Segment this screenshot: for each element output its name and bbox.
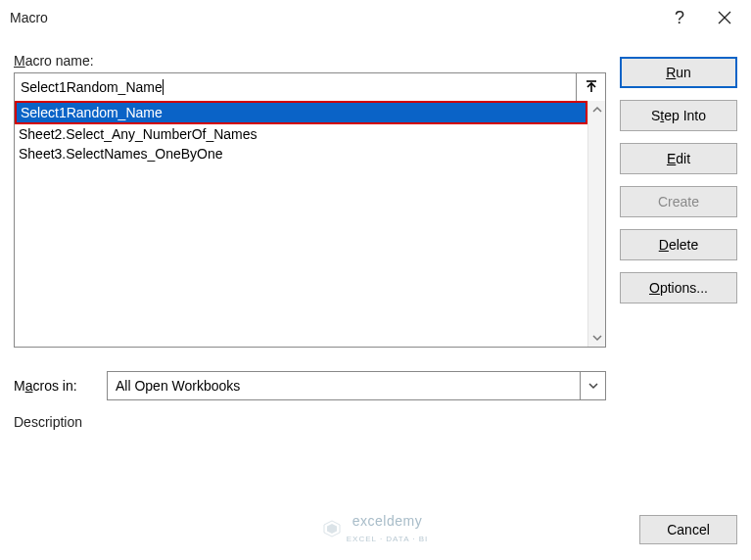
svg-marker-5	[327, 524, 337, 534]
goto-button[interactable]	[577, 72, 606, 102]
combo-arrow[interactable]	[580, 372, 605, 399]
list-item[interactable]: Select1Random_Name	[15, 101, 587, 124]
watermark: exceldemy EXCEL · DATA · BI	[0, 513, 751, 544]
step-into-button[interactable]: Step Into	[620, 100, 737, 131]
right-column: Run Step Into Edit Create Delete Options…	[620, 43, 737, 430]
dialog-content: Macro name: Select1Random_Name Select1Ra…	[0, 35, 751, 443]
scrollbar[interactable]	[587, 101, 605, 347]
close-button[interactable]	[702, 3, 747, 32]
options-button[interactable]: Options...	[620, 272, 737, 303]
chevron-up-icon	[592, 105, 602, 115]
macro-name-input[interactable]: Select1Random_Name	[14, 72, 577, 102]
left-column: Macro name: Select1Random_Name Select1Ra…	[14, 43, 606, 430]
macros-in-label: Macros in:	[14, 378, 107, 394]
edit-button[interactable]: Edit	[620, 143, 737, 174]
watermark-icon	[323, 520, 341, 537]
macros-in-value: All Open Workbooks	[108, 378, 580, 394]
close-icon	[718, 11, 731, 24]
list-item[interactable]: Sheet2.Select_Any_NumberOf_Names	[15, 124, 587, 144]
macro-name-row: Select1Random_Name	[14, 72, 606, 102]
delete-button[interactable]: Delete	[620, 229, 737, 260]
macro-list-container: Select1Random_Name Sheet2.Select_Any_Num…	[14, 101, 606, 348]
svg-marker-4	[324, 521, 340, 537]
cancel-button[interactable]: Cancel	[639, 515, 737, 544]
list-item[interactable]: Sheet3.SelectNames_OneByOne	[15, 144, 587, 163]
titlebar: Macro ?	[0, 0, 751, 35]
run-button[interactable]: Run	[620, 57, 737, 88]
scroll-up[interactable]	[588, 101, 605, 118]
arrow-up-icon	[585, 80, 598, 94]
macro-dialog: Macro ? Macro name: Select1Random_Name S…	[0, 0, 751, 560]
macro-name-label: Macro name:	[14, 53, 606, 69]
create-button: Create	[620, 186, 737, 217]
macros-in-combo[interactable]: All Open Workbooks	[107, 371, 606, 400]
chevron-down-icon	[587, 380, 599, 392]
description-label: Description	[14, 414, 606, 430]
chevron-down-icon	[592, 333, 602, 343]
dialog-title: Macro	[10, 10, 657, 25]
macros-in-row: Macros in: All Open Workbooks	[14, 371, 606, 400]
macro-list[interactable]: Select1Random_Name Sheet2.Select_Any_Num…	[15, 101, 587, 347]
help-button[interactable]: ?	[657, 3, 702, 32]
scroll-down[interactable]	[588, 329, 605, 347]
